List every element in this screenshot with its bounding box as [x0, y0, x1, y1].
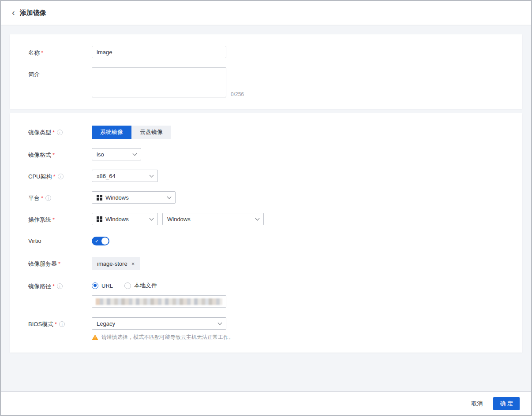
required-mark: *	[52, 216, 55, 223]
required-mark: *	[52, 283, 55, 290]
cancel-button[interactable]: 取消	[471, 400, 483, 408]
footer-bar: 取消 确 定	[1, 391, 531, 415]
chevron-down-icon	[150, 173, 154, 177]
info-icon[interactable]: i	[59, 321, 65, 327]
info-icon[interactable]: i	[57, 130, 63, 135]
bios-warning: 请谨慎选择，模式不匹配可能导致云主机无法正常工作。	[92, 334, 234, 341]
virtio-label: Virtio	[28, 234, 92, 245]
cpu-arch-row: CPU架构*i x86_64	[10, 170, 522, 182]
required-mark: *	[52, 129, 55, 136]
tab-volume-image[interactable]: 云盘镜像	[131, 126, 171, 139]
cpu-arch-label: CPU架构*i	[28, 170, 92, 182]
back-icon[interactable]: ‹	[12, 8, 15, 18]
required-mark: *	[52, 152, 55, 158]
image-type-label: 镜像类型*i	[28, 126, 92, 139]
description-textarea[interactable]	[92, 67, 226, 97]
add-image-window: ‹ 添加镜像 名称* 简介 0/256 镜像类型*i	[0, 0, 532, 416]
chevron-down-icon	[218, 320, 222, 325]
close-icon[interactable]: ×	[131, 260, 135, 267]
image-format-label: 镜像格式*	[28, 148, 92, 160]
page-header: ‹ 添加镜像	[1, 1, 531, 25]
image-path-row: 镜像路径*i URL 本地文件	[10, 279, 522, 308]
description-label: 简介	[28, 67, 92, 97]
info-icon[interactable]: i	[58, 174, 64, 179]
image-type-tabs: 系统镜像 云盘镜像	[92, 126, 171, 139]
image-server-label: 镜像服务器*	[28, 257, 92, 270]
redacted-url-value	[96, 298, 222, 305]
virtio-toggle[interactable]: ✓	[92, 237, 109, 245]
required-mark: *	[41, 195, 43, 201]
os-version-select[interactable]: Windows	[162, 213, 264, 225]
windows-icon	[97, 216, 102, 222]
toggle-knob	[101, 238, 109, 245]
image-path-options: URL 本地文件	[92, 281, 169, 290]
image-server-row: 镜像服务器* image-store ×	[10, 257, 522, 270]
chevron-down-icon	[150, 216, 154, 220]
required-mark: *	[58, 260, 60, 267]
bios-mode-label: BIOS模式*i	[28, 317, 92, 341]
platform-select[interactable]: Windows	[92, 191, 176, 204]
cpu-arch-select[interactable]: x86_64	[92, 170, 158, 182]
required-mark: *	[55, 321, 57, 327]
description-row: 简介 0/256	[10, 67, 522, 97]
char-counter: 0/256	[231, 91, 244, 97]
required-mark: *	[53, 173, 55, 180]
required-mark: *	[41, 49, 43, 56]
warning-text: 请谨慎选择，模式不匹配可能导致云主机无法正常工作。	[101, 334, 234, 341]
page-title: 添加镜像	[20, 9, 46, 17]
basic-info-panel: 名称* 简介 0/256	[10, 34, 522, 109]
image-type-row: 镜像类型*i 系统镜像 云盘镜像	[10, 126, 522, 139]
image-server-tag: image-store ×	[92, 257, 140, 270]
os-family-select[interactable]: Windows	[92, 213, 158, 225]
image-format-row: 镜像格式* iso	[10, 148, 522, 160]
tab-system-image[interactable]: 系统镜像	[92, 126, 131, 139]
image-url-input[interactable]	[92, 295, 226, 308]
check-icon: ✓	[95, 238, 99, 244]
name-label: 名称*	[28, 46, 92, 58]
platform-row: 平台*i Windows	[10, 191, 522, 204]
info-icon[interactable]: i	[57, 283, 63, 289]
chevron-down-icon	[255, 216, 260, 220]
radio-local-file[interactable]: 本地文件	[124, 282, 157, 290]
info-icon[interactable]: i	[45, 195, 51, 201]
image-settings-panel: 镜像类型*i 系统镜像 云盘镜像 镜像格式* iso	[10, 113, 522, 353]
name-row: 名称*	[10, 46, 522, 58]
radio-url[interactable]: URL	[92, 282, 113, 289]
image-format-select[interactable]: iso	[92, 148, 141, 160]
confirm-button[interactable]: 确 定	[493, 397, 520, 410]
bios-mode-row: BIOS模式*i Legacy 请谨慎选择，模式不匹配可能导致云主机无法正常工作…	[10, 317, 522, 341]
os-label: 操作系统*	[28, 213, 92, 225]
platform-label: 平台*i	[28, 191, 92, 204]
image-path-label: 镜像路径*i	[28, 279, 92, 308]
chevron-down-icon	[167, 194, 172, 199]
bios-mode-select[interactable]: Legacy	[92, 317, 226, 330]
name-input[interactable]	[92, 46, 226, 58]
os-row: 操作系统* Windows Windows	[10, 213, 522, 225]
virtio-row: Virtio ✓	[10, 234, 522, 245]
radio-circle	[92, 282, 98, 289]
radio-circle	[124, 282, 131, 289]
warning-icon	[92, 334, 98, 340]
windows-icon	[97, 195, 102, 201]
chevron-down-icon	[133, 151, 137, 156]
